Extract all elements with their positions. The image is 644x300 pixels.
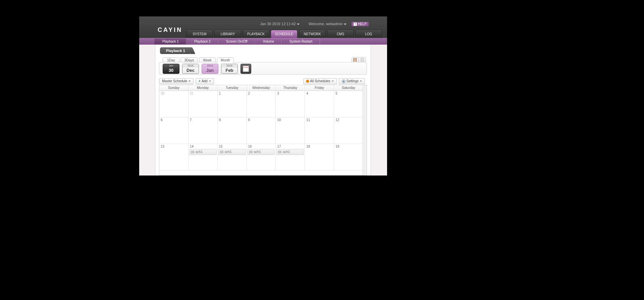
calendar-cell[interactable]: 19 [334, 144, 363, 170]
day-number: 30 [161, 92, 164, 95]
main-tab-library[interactable]: LIBRARY [214, 30, 241, 38]
datetime-menu[interactable]: Jan 30 2019 12:11:42 [256, 22, 299, 26]
main-tab-playback[interactable]: PLAYBACK [243, 30, 269, 38]
main-tab-schedule[interactable]: SCHEDULE [271, 30, 298, 38]
calendar-cell[interactable]: 9 [247, 117, 276, 144]
event-label: sch1 [283, 149, 290, 155]
grid-view-button[interactable] [352, 57, 359, 62]
main-tab-network[interactable]: NETWORK [299, 30, 326, 38]
calendar-cell[interactable]: 16sch1 [247, 144, 276, 170]
date-chip-row: Jan302018Dec2019Jan2019Feb [163, 64, 254, 74]
calendar-row: 303112345 [159, 91, 363, 117]
event-label: sch1 [196, 149, 203, 155]
calendar-picker-button[interactable] [240, 64, 251, 74]
view-tab-month[interactable]: Month [217, 57, 234, 63]
day-number: 4 [306, 92, 308, 95]
calendar-cell[interactable]: 18 [305, 144, 334, 170]
schedule-event[interactable]: sch1 [248, 149, 275, 155]
svg-rect-3 [353, 59, 354, 60]
master-schedule-select[interactable]: Master Schedule [159, 78, 194, 84]
day-number: 14 [190, 145, 194, 148]
caret-down-icon [332, 81, 334, 82]
svg-rect-5 [356, 59, 357, 60]
chip-bottom: Jan [202, 67, 218, 73]
sub-tab-system-restart[interactable]: System Restart [282, 39, 320, 44]
sub-tab-playback-2[interactable]: Playback 2 [186, 39, 218, 44]
caret-down-icon [360, 81, 362, 82]
day-number: 13 [161, 145, 164, 148]
day-number: 15 [219, 145, 223, 148]
calendar-cell[interactable]: 12 [334, 117, 363, 144]
chip-top: 2019 [202, 64, 218, 67]
date-chip-feb[interactable]: 2019Feb [221, 64, 238, 74]
schedule-event[interactable]: sch1 [276, 149, 304, 155]
calendar-cell[interactable]: 3 [276, 91, 305, 117]
svg-rect-1 [355, 58, 356, 59]
day-number: 10 [277, 118, 281, 122]
date-chip-dec[interactable]: 2018Dec [182, 64, 199, 74]
calendar-cell[interactable]: 13 [159, 144, 189, 170]
day-number: 2 [248, 92, 250, 95]
calendar-cell[interactable]: 4 [305, 91, 334, 117]
chip-top: 2019 [221, 64, 237, 67]
calendar-cell[interactable]: 15sch1 [218, 144, 247, 170]
calendar-cell[interactable]: 30 [159, 91, 189, 117]
gear-icon [342, 80, 345, 83]
svg-rect-7 [355, 61, 356, 61]
sub-tab-volume[interactable]: Volume [255, 39, 282, 44]
weekday-header: Wednesday [247, 85, 276, 91]
day-number: 1 [219, 92, 221, 95]
schedule-event[interactable]: sch1 [189, 149, 217, 155]
help-button[interactable]: HELP [352, 22, 369, 26]
status-row: Jan 30 2019 12:11:42 Welcome, webadmin H… [252, 22, 369, 26]
calendar-cell[interactable]: 1 [218, 91, 247, 117]
calendar-row: 6789101112 [159, 117, 363, 144]
day-number: 16 [248, 145, 252, 148]
main-tab-log[interactable]: LOG [355, 30, 382, 38]
chip-bottom: Dec [182, 67, 199, 73]
calendar-cell[interactable]: 7 [189, 117, 218, 144]
all-schedules-select[interactable]: All Schedules [303, 78, 337, 84]
calendar-cell[interactable]: 6 [159, 117, 189, 144]
schedule-event[interactable]: sch1 [218, 149, 246, 155]
day-number: 12 [335, 118, 339, 122]
day-number: 18 [306, 145, 310, 148]
calendar-cell[interactable]: 2 [247, 91, 276, 117]
calendar-body: 30311234567891011121314sch115sch116sch11… [159, 91, 363, 170]
date-chip-jan[interactable]: 2019Jan [202, 64, 218, 74]
day-number: 8 [219, 118, 221, 122]
calendar-cell[interactable]: 5 [334, 91, 363, 117]
panel-title: Playback 1 [160, 47, 191, 54]
chip-bottom: 30 [163, 67, 179, 73]
settings-button[interactable]: Settings [339, 78, 365, 84]
sub-tab-screen-on-off[interactable]: Screen On/Off [218, 39, 255, 44]
day-number: 11 [306, 118, 310, 122]
calendar-icon [243, 66, 249, 72]
user-menu[interactable]: Welcome, webadmin [305, 22, 346, 26]
calendar-cell[interactable]: 17sch1 [276, 144, 305, 170]
day-number: 9 [248, 118, 250, 122]
app-window: CAYIN Jan 30 2019 12:11:42 Welcome, weba… [139, 16, 387, 176]
chip-top: Jan [163, 64, 179, 67]
list-view-button[interactable] [359, 57, 366, 62]
calendar-header-row: SundayMondayTuesdayWednesdayThursdayFrid… [159, 85, 363, 91]
calendar-cell[interactable]: 10 [276, 117, 305, 144]
calendar-cell[interactable]: 31 [189, 91, 218, 117]
date-chip-30[interactable]: Jan30 [163, 64, 179, 74]
main-tab-system[interactable]: SYSTEM [186, 30, 213, 38]
svg-rect-0 [353, 58, 354, 59]
sub-tab-playback-1[interactable]: Playback 1 [155, 39, 186, 44]
calendar-cell[interactable]: 14sch1 [189, 144, 218, 170]
day-number: 17 [277, 145, 281, 148]
chip-top: 2018 [182, 64, 199, 67]
main-tab-cms[interactable]: CMS [327, 30, 354, 38]
brand-logo: CAYIN [158, 27, 182, 34]
add-button[interactable]: +Add [196, 78, 214, 84]
weekday-header: Tuesday [218, 85, 247, 91]
calendar-cell[interactable]: 11 [305, 117, 334, 144]
scrollbar-track[interactable] [363, 85, 367, 175]
calendar-cell[interactable]: 8 [218, 117, 247, 144]
weekday-header: Thursday [276, 85, 305, 91]
weekday-header: Saturday [334, 85, 363, 91]
content-area: Playback 1 1Day3DaysWeekMonth Jan302018D… [139, 45, 387, 176]
